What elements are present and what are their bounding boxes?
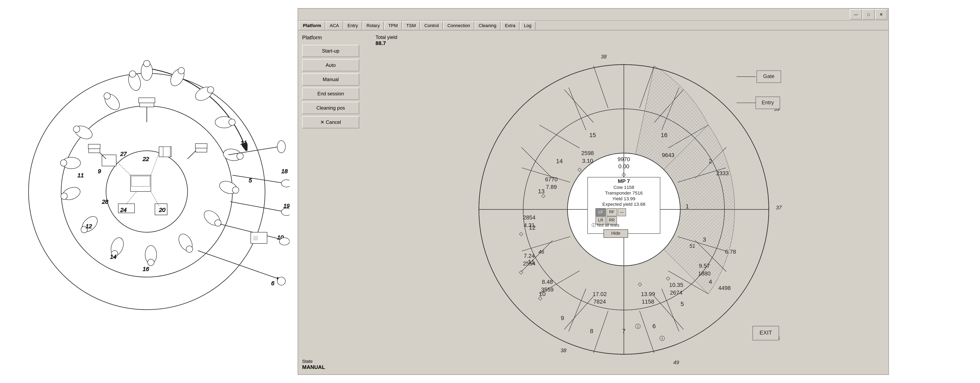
svg-text:6770: 6770 — [545, 176, 558, 183]
svg-point-83 — [277, 277, 285, 285]
svg-text:18: 18 — [282, 168, 288, 175]
svg-text:4498: 4498 — [718, 285, 731, 291]
svg-text:15: 15 — [589, 132, 596, 138]
diagram-area: Total yield 88.7 — [363, 35, 885, 370]
svg-text:49: 49 — [673, 359, 679, 365]
svg-text:16: 16 — [661, 132, 667, 138]
svg-text:51: 51 — [689, 243, 695, 249]
manual-button[interactable]: Manual — [302, 73, 359, 86]
svg-point-30 — [60, 160, 67, 166]
tab-cleaning[interactable]: Cleaning — [475, 21, 501, 30]
svg-text:◇: ◇ — [538, 295, 542, 301]
tab-connection[interactable]: Connection — [443, 21, 474, 30]
svg-text:38: 38 — [560, 348, 566, 353]
tab-log[interactable]: Log — [520, 21, 536, 30]
title-bar: — □ ✕ — [298, 8, 888, 21]
svg-text:5: 5 — [249, 177, 252, 184]
svg-line-76 — [198, 251, 279, 279]
svg-text:7.89: 7.89 — [546, 184, 557, 190]
auto-button[interactable]: Auto — [302, 59, 359, 71]
svg-point-12 — [229, 119, 235, 126]
svg-text:3.10: 3.10 — [582, 158, 593, 164]
svg-line-51 — [188, 151, 196, 159]
svg-text:LR: LR — [598, 218, 603, 222]
close-button[interactable]: ✕ — [875, 10, 887, 19]
svg-text:—: — — [620, 210, 624, 214]
main-container: 27 9 28 24 20 22 11 12 14 16 11 5 18 19 … — [0, 0, 980, 383]
svg-text:20: 20 — [159, 207, 165, 213]
svg-rect-50 — [138, 98, 155, 103]
svg-text:17.02: 17.02 — [593, 291, 607, 297]
svg-text:2854: 2854 — [523, 214, 536, 221]
svg-line-114 — [564, 296, 593, 329]
startup-button[interactable]: Start-up — [302, 45, 359, 57]
svg-text:11: 11 — [240, 140, 247, 146]
svg-text:2554: 2554 — [523, 261, 536, 267]
svg-text:24: 24 — [120, 207, 127, 213]
svg-text:Transponder 7516: Transponder 7516 — [605, 190, 643, 195]
svg-text:9643: 9643 — [662, 152, 675, 158]
svg-text:EXIT: EXIT — [759, 329, 772, 336]
svg-text:Cow 1158: Cow 1158 — [613, 184, 634, 190]
svg-text:LF: LF — [598, 210, 603, 214]
svg-text:1880: 1880 — [698, 270, 711, 277]
svg-text:⬜: ⬜ — [253, 235, 258, 240]
svg-text:0.00: 0.00 — [618, 163, 629, 170]
tab-extra[interactable]: Extra — [501, 21, 519, 30]
svg-rect-41 — [163, 147, 170, 157]
tab-tsm[interactable]: TSM — [402, 21, 420, 30]
total-yield-value: 88.7 — [375, 40, 386, 46]
svg-line-72 — [231, 202, 285, 212]
total-yield-area: Total yield 88.7 — [375, 35, 885, 46]
svg-text:4: 4 — [709, 278, 712, 285]
svg-text:RR: RR — [609, 218, 615, 222]
state-value: MANUAL — [302, 364, 359, 370]
svg-text:28: 28 — [102, 199, 108, 205]
svg-text:MP 7: MP 7 — [618, 178, 630, 184]
svg-text:14: 14 — [556, 158, 563, 164]
tab-bar: Platform ACA Entry Rotary TPM TSM Contro… — [298, 21, 888, 30]
svg-line-44 — [116, 161, 130, 175]
total-yield-label: Total yield — [375, 35, 397, 40]
svg-text:◇: ◇ — [638, 281, 642, 287]
tab-platform[interactable]: Platform — [299, 21, 325, 30]
tab-control[interactable]: Control — [420, 21, 443, 30]
svg-text:Expected yield 13.68: Expected yield 13.68 — [603, 202, 646, 207]
svg-line-116 — [522, 237, 570, 251]
svg-rect-53 — [195, 144, 207, 148]
svg-text:2333: 2333 — [716, 170, 729, 176]
sidebar-title: Platform — [302, 35, 359, 41]
svg-rect-55 — [89, 148, 100, 153]
end-session-button[interactable]: End session — [302, 87, 359, 100]
svg-point-82 — [279, 238, 290, 245]
svg-text:4.31: 4.31 — [524, 222, 535, 228]
svg-text:9: 9 — [98, 168, 101, 175]
svg-text:8.48: 8.48 — [542, 279, 553, 285]
svg-text:◇: ◇ — [519, 231, 523, 237]
svg-text:6.78: 6.78 — [725, 248, 736, 255]
svg-line-113 — [593, 311, 608, 353]
maximize-button[interactable]: □ — [862, 10, 875, 19]
tab-tpm[interactable]: TPM — [384, 21, 402, 30]
svg-text:ⓘ: ⓘ — [635, 324, 641, 329]
svg-text:2598: 2598 — [581, 150, 594, 156]
svg-text:2: 2 — [709, 158, 712, 164]
svg-text:Entry: Entry — [762, 100, 774, 105]
svg-text:13.99: 13.99 — [641, 291, 655, 297]
svg-text:RF: RF — [609, 210, 614, 214]
svg-text:10.35: 10.35 — [669, 282, 683, 288]
svg-point-80 — [282, 180, 290, 187]
svg-text:ⓘ: ⓘ — [660, 335, 665, 341]
svg-text:5: 5 — [681, 300, 684, 307]
svg-text:◇: ◇ — [519, 269, 523, 275]
svg-text:14: 14 — [110, 254, 116, 260]
tab-entry[interactable]: Entry — [344, 21, 362, 30]
cancel-button[interactable]: ✕ Cancel — [302, 116, 359, 128]
svg-text:Yield 13.99: Yield 13.99 — [612, 196, 635, 201]
tab-aca[interactable]: ACA — [326, 21, 343, 30]
tab-rotary[interactable]: Rotary — [363, 21, 384, 30]
cleaning-pos-button[interactable]: Cleaning pos — [302, 102, 359, 114]
minimize-button[interactable]: — — [850, 10, 862, 19]
svg-text:1: 1 — [686, 203, 689, 210]
svg-text:3: 3 — [703, 236, 706, 243]
